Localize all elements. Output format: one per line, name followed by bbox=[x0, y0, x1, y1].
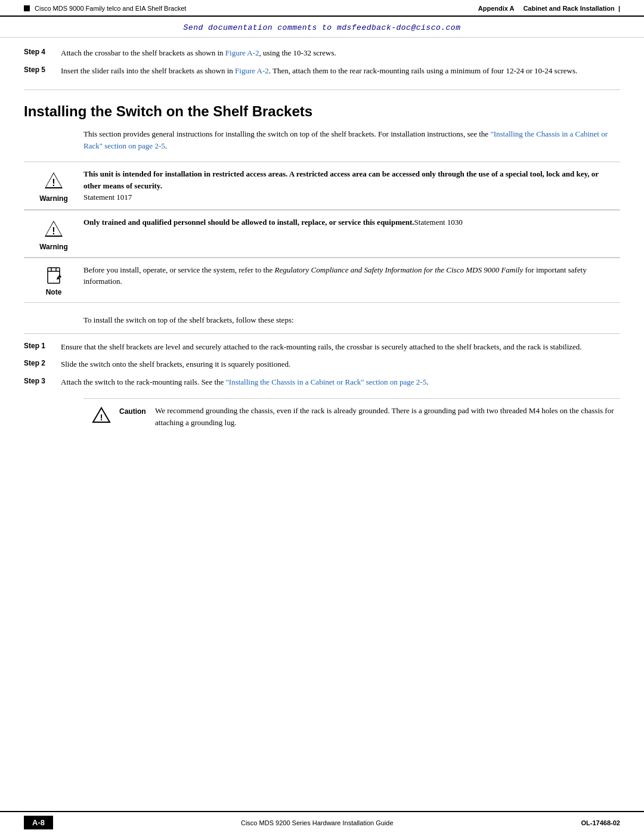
page-header: Cisco MDS 9000 Family telco and EIA Shel… bbox=[0, 0, 644, 17]
steps-intro: To install the switch on top of the shel… bbox=[83, 303, 620, 326]
email-link[interactable]: Send documentation comments to mdsfeedba… bbox=[184, 23, 461, 32]
footer-right-text: OL-17468-02 bbox=[581, 819, 620, 826]
svg-text:!: ! bbox=[100, 413, 103, 422]
warning1-label: Warning bbox=[39, 194, 68, 203]
warning2-label: Warning bbox=[39, 243, 68, 251]
warning2-bold-text: Only trained and qualified personnel sho… bbox=[83, 218, 414, 227]
header-right: Appendix A Cabinet and Rack Installation… bbox=[478, 5, 620, 12]
header-square-icon bbox=[24, 5, 30, 11]
email-banner: Send documentation comments to mdsfeedba… bbox=[0, 17, 644, 38]
caution-label: Caution bbox=[119, 405, 155, 416]
caution-block: ! Caution We recommend grounding the cha… bbox=[83, 398, 620, 434]
warning2-content: Only trained and qualified personnel sho… bbox=[83, 216, 620, 228]
step5-link[interactable]: Figure A-2 bbox=[235, 66, 269, 75]
header-appendix: Appendix A bbox=[478, 5, 514, 12]
svg-rect-7 bbox=[48, 268, 60, 283]
header-subtitle: Cisco MDS 9000 Family telco and EIA Shel… bbox=[35, 5, 186, 12]
page-number: A-8 bbox=[24, 816, 53, 829]
page-footer: A-8 Cisco MDS 9200 Series Hardware Insta… bbox=[0, 811, 644, 833]
steps-intro-text: To install the switch on top of the shel… bbox=[83, 315, 294, 324]
note-block: Note Before you install, operate, or ser… bbox=[24, 258, 620, 303]
warning1-icon: ! bbox=[43, 171, 64, 192]
note-label: Note bbox=[46, 288, 62, 296]
step4-label: Step 4 bbox=[24, 47, 54, 59]
install-step2-label: Step 2 bbox=[24, 358, 54, 370]
install-step-1: Step 1 Ensure that the shelf brackets ar… bbox=[24, 341, 620, 353]
note-italic: Regulatory Compliance and Safety Informa… bbox=[275, 265, 524, 274]
caution-icon-col: ! bbox=[83, 405, 119, 428]
header-section-title: Cabinet and Rack Installation bbox=[523, 5, 614, 12]
warning2-block: ! Warning Only trained and qualified per… bbox=[24, 210, 620, 258]
warning1-block: ! Warning This unit is intended for inst… bbox=[24, 162, 620, 210]
top-steps-section: Step 4 Attach the crossbar to the shelf … bbox=[24, 38, 620, 90]
note-content: Before you install, operate, or service … bbox=[83, 264, 620, 287]
install-step2-text: Slide the switch onto the shelf brackets… bbox=[61, 358, 620, 370]
install-step-2: Step 2 Slide the switch onto the shelf b… bbox=[24, 358, 620, 370]
install-steps-section: Step 1 Ensure that the shelf brackets ar… bbox=[24, 333, 620, 399]
top-step-5: Step 5 Insert the slider rails into the … bbox=[24, 65, 620, 77]
caution-content: We recommend grounding the chassis, even… bbox=[155, 405, 620, 428]
step3-link[interactable]: "Installing the Chassis in a Cabinet or … bbox=[226, 377, 427, 386]
install-step3-text: Attach the switch to the rack-mounting r… bbox=[61, 376, 620, 388]
svg-text:!: ! bbox=[52, 178, 55, 188]
warning1-content: This unit is intended for installation i… bbox=[83, 168, 620, 203]
intro-paragraph: This section provides general instructio… bbox=[83, 128, 620, 152]
svg-text:!: ! bbox=[52, 226, 55, 236]
section-heading: Installing the Switch on the Shelf Brack… bbox=[24, 103, 620, 120]
step4-link[interactable]: Figure A-2 bbox=[225, 48, 259, 57]
intro-link[interactable]: "Installing the Chassis in a Cabinet or … bbox=[83, 129, 608, 150]
install-step1-label: Step 1 bbox=[24, 341, 54, 353]
install-step1-text: Ensure that the shelf brackets are level… bbox=[61, 341, 620, 353]
main-content: Step 4 Attach the crossbar to the shelf … bbox=[0, 38, 644, 458]
install-step-3: Step 3 Attach the switch to the rack-mou… bbox=[24, 376, 620, 388]
install-step3-label: Step 3 bbox=[24, 376, 54, 388]
step5-label: Step 5 bbox=[24, 65, 54, 77]
warning1-bold-text: This unit is intended for installation i… bbox=[83, 169, 599, 190]
step5-text: Insert the slider rails into the shelf b… bbox=[61, 65, 620, 77]
warning2-statement: Statement 1030 bbox=[414, 218, 463, 227]
note-icon bbox=[44, 267, 63, 286]
header-left: Cisco MDS 9000 Family telco and EIA Shel… bbox=[24, 5, 186, 12]
warning1-statement: Statement 1017 bbox=[83, 193, 132, 202]
step4-text: Attach the crossbar to the shelf bracket… bbox=[61, 47, 620, 59]
warning2-icon-col: ! Warning bbox=[24, 216, 83, 251]
footer-center-text: Cisco MDS 9200 Series Hardware Installat… bbox=[53, 819, 581, 826]
note-icon-col: Note bbox=[24, 264, 83, 296]
warning2-icon: ! bbox=[43, 219, 64, 240]
top-step-4: Step 4 Attach the crossbar to the shelf … bbox=[24, 47, 620, 59]
warning1-icon-col: ! Warning bbox=[24, 168, 83, 203]
caution-icon: ! bbox=[92, 406, 111, 425]
